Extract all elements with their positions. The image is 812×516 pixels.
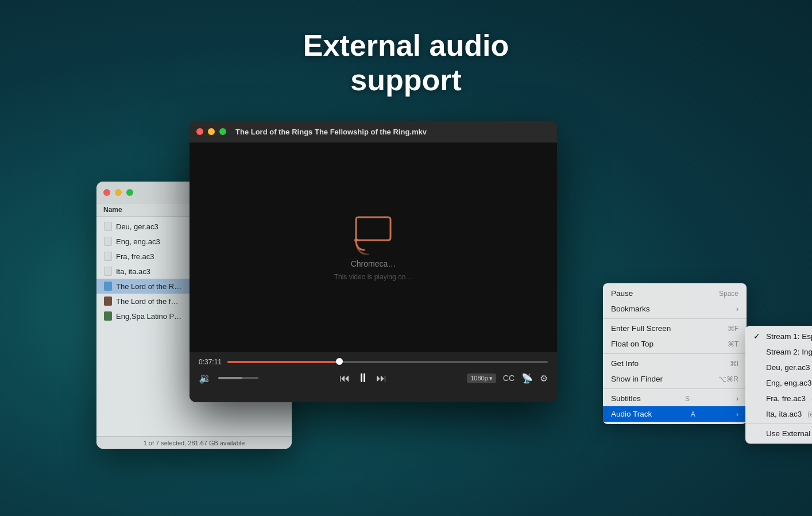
submenu-label: Ita, ita.ac3: [766, 410, 802, 418]
quality-badge[interactable]: 1080p ▾: [467, 373, 496, 383]
submenu-label: Stream 2: Ingles: [766, 348, 812, 356]
submenu-item-eng[interactable]: Eng, eng.ac3 (external): [745, 375, 812, 391]
file-name: Deu, ger.ac3: [116, 222, 158, 231]
menu-shortcut-subtitles: S: [685, 395, 690, 403]
player-minimize-button[interactable]: [208, 128, 215, 135]
quality-arrow: ▾: [489, 375, 493, 382]
menu-label-audio-track: Audio Track: [611, 410, 652, 418]
progress-area: 0:37:11: [199, 358, 548, 366]
menu-label-fullscreen: Enter Full Screen: [611, 324, 671, 333]
menu-item-audio-track[interactable]: Audio Track A › ✓ Stream 1: Español Lati…: [603, 406, 747, 422]
submenu-item-stream2[interactable]: Stream 2: Ingles: [745, 344, 812, 360]
menu-label-bookmarks: Bookmarks: [611, 305, 650, 313]
player-window: The Lord of the Rings The Fellowship of …: [190, 121, 557, 402]
submenu-item-ita[interactable]: Ita, ita.ac3 (external): [745, 406, 812, 422]
player-controls: 0:37:11 🔉 ⏮ ⏸ ⏭ 1080p ▾ CC 📡 ⚙: [190, 352, 557, 402]
file-name: Eng,Spa Latino P…: [116, 312, 181, 321]
svg-rect-0: [356, 217, 390, 240]
player-close-button[interactable]: [196, 128, 203, 135]
check-icon: ✓: [753, 332, 763, 341]
file-name: Ita, ita.ac3: [116, 267, 150, 276]
menu-label-float: Float on Top: [611, 340, 654, 348]
time-display: 0:37:11: [199, 358, 223, 366]
submenu-item-fra[interactable]: Fra, fre.ac3 (external): [745, 391, 812, 406]
player-title: The Lord of the Rings The Fellowship of …: [235, 128, 427, 136]
file-name: Fra, fre.ac3: [116, 252, 154, 261]
menu-item-info[interactable]: Get Info ⌘I: [603, 356, 747, 371]
chromecast-icon: [350, 214, 396, 255]
submenu-item-deu[interactable]: Deu, ger.ac3 (external): [745, 360, 812, 375]
volume-slider[interactable]: [218, 377, 258, 379]
menu-item-float[interactable]: Float on Top ⌘T: [603, 336, 747, 352]
player-zoom-button[interactable]: [219, 128, 226, 135]
player-titlebar: The Lord of the Rings The Fellowship of …: [190, 121, 557, 143]
menu-label-info: Get Info: [611, 359, 639, 368]
submenu-label: Deu, ger.ac3: [766, 363, 810, 372]
menu-label-pause: Pause: [611, 289, 633, 298]
menu-item-subtitles[interactable]: Subtitles S ›: [603, 391, 747, 406]
controls-row: 🔉 ⏮ ⏸ ⏭ 1080p ▾ CC 📡 ⚙: [199, 371, 548, 386]
mkv-icon: [104, 296, 112, 306]
submenu-label: Stream 1: Español Latino: [766, 332, 812, 341]
pause-button[interactable]: ⏸: [357, 371, 369, 386]
menu-shortcut-finder: ⌥⌘R: [718, 375, 738, 383]
submenu-item-use-external[interactable]: Use External Audio…: [745, 426, 812, 441]
menu-item-fullscreen[interactable]: Enter Full Screen ⌘F: [603, 321, 747, 336]
volume-fill: [218, 377, 242, 379]
hero-title: External audio support: [0, 29, 812, 98]
menu-shortcut-pause: Space: [719, 290, 738, 298]
menu-shortcut-info: ⌘I: [730, 360, 738, 368]
menu-shortcut-float: ⌘T: [728, 340, 738, 348]
menu-shortcut-audio: A: [691, 410, 695, 418]
player-content: Chromeca… This video is playing on…: [190, 143, 557, 352]
submenu-item-stream1[interactable]: ✓ Stream 1: Español Latino: [745, 328, 812, 344]
more-button[interactable]: ⚙: [540, 373, 548, 384]
menu-item-pause[interactable]: Pause Space: [603, 286, 747, 301]
menu-separator: [603, 318, 747, 319]
finder-close-button[interactable]: [103, 189, 110, 196]
submenu-label: Fra, fre.ac3: [766, 394, 806, 403]
finder-minimize-button[interactable]: [115, 189, 122, 196]
airplay-button[interactable]: 📡: [521, 373, 533, 384]
menu-separator: [603, 353, 747, 354]
file-name: The Lord of the R…: [116, 282, 181, 291]
chromecast-text: Chromeca…: [351, 259, 396, 268]
finder-status-bar: 1 of 7 selected, 281.67 GB available: [96, 436, 292, 449]
menu-separator: [603, 388, 747, 389]
progress-fill: [227, 361, 339, 363]
menu-label-finder: Show in Finder: [611, 375, 663, 383]
mkv-icon: [104, 282, 112, 291]
cc-button[interactable]: CC: [503, 373, 515, 383]
menu-shortcut-fullscreen: ⌘F: [728, 325, 738, 333]
menu-item-finder[interactable]: Show in Finder ⌥⌘R: [603, 371, 747, 387]
submenu-separator: [745, 423, 812, 424]
mkv-icon: [104, 311, 112, 321]
skip-forward-button[interactable]: ⏭: [376, 372, 386, 384]
chromecast-subtext: This video is playing on…: [334, 273, 413, 281]
doc-icon: [104, 252, 112, 261]
audio-track-submenu: ✓ Stream 1: Español Latino Stream 2: Ing…: [745, 326, 812, 444]
chevron-right-icon: ›: [736, 410, 738, 418]
chevron-right-icon: ›: [736, 305, 738, 313]
chromecast-area: Chromeca… This video is playing on…: [334, 214, 413, 281]
chevron-right-icon: ›: [736, 395, 738, 403]
file-name: Eng, eng.ac3: [116, 237, 160, 246]
context-menu: Pause Space Bookmarks › Enter Full Scree…: [603, 283, 747, 424]
doc-icon: [104, 237, 112, 246]
menu-label-subtitles: Subtitles: [611, 394, 641, 403]
menu-item-bookmarks[interactable]: Bookmarks ›: [603, 301, 747, 317]
progress-thumb: [336, 358, 343, 365]
skip-back-button[interactable]: ⏮: [339, 372, 350, 384]
submenu-label: Use External Audio…: [766, 429, 812, 438]
finder-zoom-button[interactable]: [126, 189, 133, 196]
volume-button[interactable]: 🔉: [199, 372, 211, 384]
external-label: (external): [807, 410, 812, 418]
progress-bar[interactable]: [227, 361, 548, 363]
doc-icon: [104, 267, 112, 276]
quality-label: 1080p: [470, 375, 488, 382]
file-name: The Lord of the f…: [116, 297, 178, 306]
doc-icon: [104, 222, 112, 231]
svg-point-1: [354, 238, 358, 242]
submenu-label: Eng, eng.ac3: [766, 379, 812, 387]
